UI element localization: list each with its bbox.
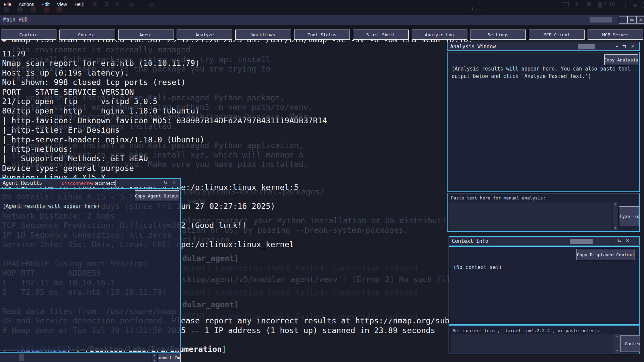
scroll-down-icon[interactable]: ▼ bbox=[153, 359, 155, 362]
analysis-placeholder-line2: output below and click 'Analyze Pasted T… bbox=[452, 73, 591, 79]
agent-results-titlebar[interactable]: Agent Results Disconnected Reconnect – ⇆… bbox=[0, 178, 181, 187]
terminal-line: dular_agent] bbox=[182, 300, 239, 309]
clock: 2:40 bbox=[604, 2, 615, 8]
maximize-button[interactable]: ⇆ bbox=[628, 16, 636, 24]
minimize-button[interactable]: – bbox=[619, 16, 628, 24]
scroll-down-icon[interactable]: ▼ bbox=[614, 226, 616, 229]
context-drag-handle[interactable] bbox=[570, 239, 593, 244]
context-info-body: Copy Displayed Context (No context set) bbox=[449, 246, 640, 325]
toolbar-button-mcp-server[interactable]: MCP Server bbox=[588, 30, 643, 40]
copy-agent-output-button[interactable]: Copy Agent Output bbox=[135, 190, 179, 201]
scroll-up-icon[interactable]: ▲ bbox=[614, 202, 616, 206]
battery-icon[interactable] bbox=[598, 2, 602, 8]
agent-status-badge: Disconnected bbox=[62, 181, 95, 186]
toolbar-button-context[interactable]: Context bbox=[59, 30, 115, 40]
analyze-text-button[interactable]: Analyze Text bbox=[619, 206, 639, 226]
set-context-input[interactable] bbox=[451, 334, 614, 353]
terminal-line: dular_agent] bbox=[182, 254, 239, 263]
toolbar: CaptureContextAgentAnalyzeWorkflowsTool … bbox=[0, 29, 644, 40]
toolbar-button-workflows[interactable]: Workflows bbox=[235, 30, 291, 40]
context-info-titlebar[interactable]: Context Info – ⇆ × bbox=[449, 236, 640, 245]
terminal-line: AGENT: Connection check failed: Connecti… bbox=[182, 312, 418, 321]
close-icon[interactable]: × bbox=[631, 43, 635, 49]
scroll-up-icon[interactable]: ▲ bbox=[153, 353, 155, 357]
terminal-line: If you wish to install a non-Kali-packag… bbox=[11, 141, 304, 150]
close-icon[interactable]: × bbox=[172, 180, 176, 185]
set-context-label: Set context (e.g., 'target_ip=1.2.3.4', … bbox=[453, 328, 600, 333]
display-icon[interactable] bbox=[562, 2, 569, 7]
bell-icon[interactable] bbox=[587, 2, 591, 6]
terminal-line: Then use path/to/venv/bin/python and pat… bbox=[11, 112, 308, 121]
toolbar-button-start-shell[interactable]: Start Shell bbox=[353, 30, 409, 40]
ghost-app-icon bbox=[30, 6, 36, 12]
ghost-app-icon bbox=[56, 6, 62, 12]
scroll-down-icon[interactable]: ▼ bbox=[616, 349, 618, 352]
set-context-button[interactable]: Set Context bbox=[620, 335, 640, 352]
hud-drag-handle[interactable] bbox=[590, 17, 612, 22]
menu-item-actions[interactable]: Actions bbox=[15, 0, 38, 7]
toolbar-button-analyze-log[interactable]: Analyze Log bbox=[412, 30, 467, 40]
terminal-line: sure you have pypy3-venv installed. bbox=[11, 122, 176, 131]
context-info-title: Context Info bbox=[452, 238, 488, 244]
analysis-paste-section: Paste text here for manual analysis: ▲ ▼… bbox=[447, 193, 640, 232]
power-icon[interactable] bbox=[641, 2, 644, 8]
workspace-number[interactable]: 3 bbox=[105, 0, 109, 8]
toolbar-button-mcp-client[interactable]: MCP Client bbox=[529, 30, 585, 40]
maximize-icon[interactable]: ⇆ bbox=[623, 43, 627, 49]
context-empty-text: (No context set) bbox=[453, 264, 502, 270]
toolbar-button-agent[interactable]: Agent bbox=[118, 30, 174, 40]
agent-results-placeholder: (Agent results will appear here) bbox=[3, 203, 100, 209]
menu-item-file[interactable]: File bbox=[0, 0, 15, 7]
analysis-window-titlebar[interactable]: Analysis Window – ⇆ × bbox=[447, 42, 640, 51]
terminal-line: AGENT: Connection check failed: Connecti… bbox=[182, 288, 418, 298]
terminal-line: If you wish to install a non-Kali-packag… bbox=[11, 93, 285, 102]
submit-cmd-button[interactable]: Submit Cmd bbox=[158, 353, 181, 362]
agent-command-bar: ▲ ▼ Submit Cmd bbox=[0, 352, 181, 362]
minimize-icon[interactable]: – bbox=[157, 180, 159, 185]
terminal-line: create a virtual environment using pytho… bbox=[11, 102, 313, 112]
toolbar-button-tool-status[interactable]: Tool Status bbox=[294, 30, 350, 40]
menu-item-view[interactable]: View bbox=[53, 0, 71, 7]
toolbar-button-capture[interactable]: Capture bbox=[1, 30, 56, 40]
ghost-app-icon bbox=[3, 6, 9, 12]
minimize-icon[interactable]: – bbox=[616, 43, 618, 49]
minimize-icon[interactable]: – bbox=[611, 238, 613, 243]
ghost-app-icon bbox=[17, 6, 23, 12]
toolbar-button-settings[interactable]: Settings bbox=[470, 30, 526, 40]
tray-graph bbox=[472, 7, 473, 10]
maximize-icon[interactable]: ⇆ bbox=[164, 180, 168, 185]
lock-icon[interactable] bbox=[633, 2, 637, 7]
copy-analysis-button[interactable]: Copy Analysis bbox=[604, 54, 638, 65]
analysis-window-body: Copy Analysis (Analysis results will app… bbox=[447, 52, 640, 192]
terminal-line: it may be easiest to use pipx install xy… bbox=[11, 150, 304, 160]
toolbar-button-analyze[interactable]: Analyze bbox=[177, 30, 232, 40]
hud-title-bar: Main HUD – ⇆ × bbox=[0, 15, 644, 25]
workspace-number[interactable]: 2 bbox=[93, 0, 97, 8]
menu-item-edit[interactable]: Edit bbox=[38, 0, 53, 7]
tray-separator bbox=[625, 2, 626, 8]
copy-displayed-context-button[interactable]: Copy Displayed Context bbox=[577, 249, 635, 260]
close-button[interactable]: × bbox=[636, 16, 644, 24]
terminal-line: virtual environment for you. Make sure y… bbox=[11, 160, 308, 169]
scroll-up-icon[interactable]: ▲ bbox=[616, 334, 618, 338]
paste-text-label: Paste text here for manual analysis: bbox=[451, 195, 546, 200]
command-scrollbar[interactable]: ▲ ▼ bbox=[152, 353, 157, 362]
workspace-number[interactable]: 4 bbox=[115, 0, 119, 8]
reconnect-button[interactable]: Reconnect bbox=[93, 180, 116, 187]
agent-results-body: Copy Agent Output (Agent results will ap… bbox=[0, 188, 181, 351]
maximize-icon[interactable]: ⇆ bbox=[617, 238, 622, 243]
set-context-scrollbar[interactable]: ▲ ▼ bbox=[614, 334, 620, 353]
paste-text-input[interactable] bbox=[449, 202, 612, 230]
close-icon[interactable]: × bbox=[626, 238, 630, 243]
workspace-number[interactable]: 1 bbox=[82, 0, 86, 8]
terminal-line: install. bbox=[11, 74, 49, 83]
context-set-section: Set context (e.g., 'target_ip=1.2.3.4', … bbox=[449, 325, 640, 354]
terminal-cursor bbox=[19, 354, 24, 361]
analysis-drag-handle[interactable] bbox=[578, 44, 595, 49]
volume-icon[interactable] bbox=[574, 2, 578, 7]
analysis-placeholder-line1: (Analysis results will appear here. You … bbox=[452, 66, 631, 72]
agent-results-title: Agent Results bbox=[3, 180, 42, 186]
paste-scrollbar[interactable]: ▲ ▼ bbox=[613, 202, 618, 230]
tray-graph bbox=[476, 9, 477, 10]
ghost-app-icon bbox=[149, 3, 154, 7]
